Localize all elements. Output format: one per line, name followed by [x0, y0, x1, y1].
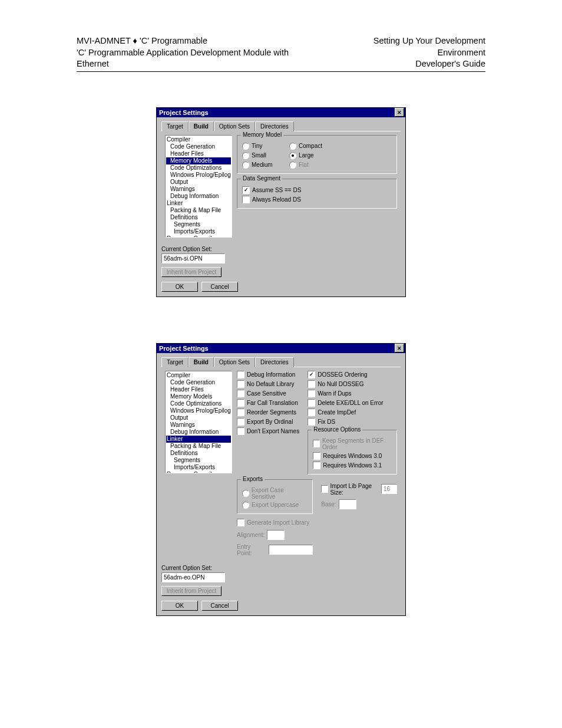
entry-point-field[interactable]	[269, 545, 313, 555]
linker-check[interactable]: Case Sensitive	[237, 390, 299, 397]
close-icon[interactable]: ✕	[395, 108, 404, 117]
linker-check[interactable]: Reorder Segments	[237, 409, 299, 416]
import-lib-page-size-check[interactable]: Import Lib Page Size: 16	[321, 483, 397, 496]
tab-option-sets[interactable]: Option Sets	[214, 357, 255, 367]
tree-item[interactable]: Segments	[166, 221, 231, 228]
current-option-field[interactable]: 56adm-eo.OPN	[161, 572, 225, 582]
data-segment-group: Data Segment Assume SS == DSAlways Reloa…	[237, 179, 397, 209]
generate-import-library-check[interactable]: Generate Import Library	[237, 519, 313, 526]
data-segment-check[interactable]: Assume SS == DS	[242, 186, 392, 194]
memory-model-radio[interactable]: Compact	[289, 143, 336, 150]
tree-item[interactable]: Resource Compiler	[166, 471, 231, 473]
tab-strip: Target Build Option Sets Directories	[161, 357, 401, 367]
linker-check[interactable]: Warn if Dups	[308, 390, 397, 397]
linker-check[interactable]: Create ImpDef	[308, 409, 397, 416]
tree-item[interactable]: Debug Information	[166, 429, 231, 436]
resource-check[interactable]: Keep Segments in DEF Order	[313, 437, 392, 450]
dialog-title: Project Settings	[159, 345, 209, 352]
dialog-title: Project Settings	[159, 109, 209, 116]
tree-item[interactable]: Code Generation	[166, 379, 231, 386]
linker-check[interactable]: Export By Ordinal	[237, 418, 299, 426]
current-option-field[interactable]: 56adm-si.OPN	[161, 253, 225, 263]
import-lib-field[interactable]: 16	[381, 484, 397, 494]
inherit-button[interactable]: Inherit from Project	[161, 267, 222, 277]
memory-model-radio[interactable]: Small	[242, 152, 289, 159]
titlebar: Project Settings ✕	[157, 108, 405, 117]
tree-item[interactable]: Code Generation	[166, 143, 231, 150]
memory-model-radio[interactable]: Medium	[242, 162, 289, 169]
tab-target[interactable]: Target	[161, 357, 189, 367]
linker-check[interactable]: Far Call Translation	[237, 399, 299, 407]
tree-item[interactable]: Header Files	[166, 150, 231, 157]
linker-check[interactable]: DOSSEG Ordering	[308, 371, 397, 378]
tab-directories[interactable]: Directories	[255, 357, 294, 367]
header-right-2: Developer's Guide	[323, 58, 485, 70]
settings-tree[interactable]: CompilerCode GenerationHeader FilesMemor…	[165, 371, 232, 473]
tree-item[interactable]: Linker	[166, 200, 231, 207]
tree-item[interactable]: Memory Models	[166, 157, 231, 164]
close-icon[interactable]: ✕	[395, 344, 404, 353]
settings-tree[interactable]: CompilerCode GenerationHeader FilesMemor…	[165, 135, 232, 238]
tab-build[interactable]: Build	[189, 121, 214, 131]
group-legend: Data Segment	[241, 175, 282, 182]
tree-item[interactable]: Packing & Map File	[166, 443, 231, 450]
resource-check[interactable]: Requires Windows 3.1	[313, 462, 392, 469]
resource-check[interactable]: Requires Windows 3.0	[313, 452, 392, 460]
inherit-button[interactable]: Inherit from Project	[161, 586, 222, 596]
exports-group: Exports Export Case SensitiveExport Uppe…	[237, 479, 313, 514]
current-option-label: Current Option Set:	[161, 565, 401, 571]
linker-check[interactable]: No Default Library	[237, 380, 299, 388]
linker-check[interactable]: Delete EXE/DLL on Error	[308, 399, 397, 407]
tree-item[interactable]: Segments	[166, 457, 231, 464]
memory-model-group: Memory Model TinyCompactSmallLargeMedium…	[237, 135, 397, 174]
tree-item[interactable]: Resource Compiler	[166, 235, 231, 238]
tree-item[interactable]: Memory Models	[166, 393, 231, 400]
resource-options-group: Resource Options Keep Segments in DEF Or…	[308, 430, 397, 475]
tree-item[interactable]: Imports/Exports	[166, 228, 231, 235]
linker-check[interactable]: Fix DS	[308, 418, 397, 426]
tree-item[interactable]: Packing & Map File	[166, 207, 231, 214]
alignment-field[interactable]	[267, 530, 285, 540]
tree-item[interactable]: Output	[166, 179, 231, 186]
data-segment-check[interactable]: Always Reload DS	[242, 196, 392, 203]
group-legend: Memory Model	[241, 131, 283, 138]
memory-model-radio[interactable]: Large	[289, 152, 336, 159]
group-legend: Exports	[241, 476, 265, 482]
tab-directories[interactable]: Directories	[255, 121, 294, 131]
cancel-button[interactable]: Cancel	[201, 601, 238, 611]
tree-item[interactable]: Linker	[166, 436, 231, 443]
tree-item[interactable]: Header Files	[166, 386, 231, 393]
tree-item[interactable]: Warnings	[166, 186, 231, 193]
tree-item[interactable]: Windows Prolog/Epilog	[166, 172, 231, 179]
cancel-button[interactable]: Cancel	[201, 282, 238, 292]
tab-build[interactable]: Build	[189, 357, 214, 367]
memory-model-radio[interactable]: Tiny	[242, 143, 289, 150]
tree-item[interactable]: Code Optimizations	[166, 164, 231, 172]
exports-radio[interactable]: Export Case Sensitive	[242, 487, 308, 500]
tree-item[interactable]: Debug Information	[166, 193, 231, 200]
tree-item[interactable]: Output	[166, 414, 231, 421]
tree-item[interactable]: Code Optimizations	[166, 400, 231, 407]
tab-target[interactable]: Target	[161, 121, 189, 131]
import-lib-label: Import Lib Page Size:	[330, 483, 379, 496]
current-option-label: Current Option Set:	[161, 246, 401, 252]
tree-item[interactable]: Imports/Exports	[166, 464, 231, 471]
linker-check[interactable]: No Null DOSSEG	[308, 380, 397, 388]
tab-option-sets[interactable]: Option Sets	[214, 121, 255, 131]
tree-item[interactable]: Definitions	[166, 214, 231, 221]
memory-model-radio[interactable]: Flat	[289, 162, 336, 169]
linker-check[interactable]: Debug Information	[237, 371, 299, 378]
base-field[interactable]	[339, 499, 356, 509]
group-legend: Resource Options	[312, 426, 362, 433]
ok-button[interactable]: OK	[161, 282, 198, 292]
tree-item[interactable]: Windows Prolog/Epilog	[166, 407, 231, 414]
tree-item[interactable]: Definitions	[166, 450, 231, 457]
linker-check[interactable]: Don't Export Names	[237, 427, 299, 435]
tree-item[interactable]: Compiler	[166, 136, 231, 143]
tree-item[interactable]: Warnings	[166, 421, 231, 429]
project-settings-dialog-1: Project Settings ✕ Target Build Option S…	[156, 107, 406, 297]
ok-button[interactable]: OK	[161, 601, 198, 611]
titlebar: Project Settings ✕	[157, 344, 405, 353]
exports-radio[interactable]: Export Uppercase	[242, 502, 308, 509]
tree-item[interactable]: Compiler	[166, 372, 231, 379]
